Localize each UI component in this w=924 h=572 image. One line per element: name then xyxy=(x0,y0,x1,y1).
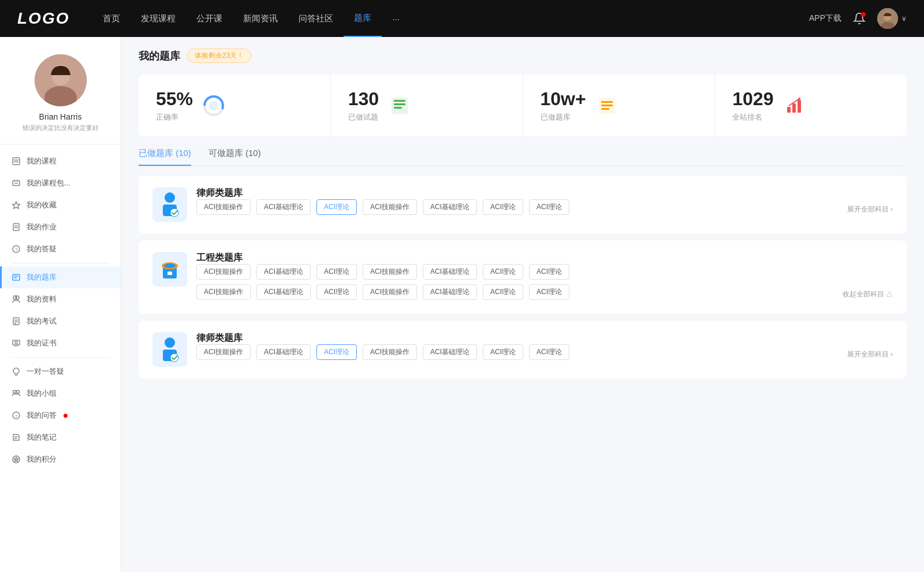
content-area: 我的题库 体验剩余23天！ 55% 正确率 xyxy=(121,37,924,572)
sidebar-item-course-packages[interactable]: 我的课程包... xyxy=(0,172,121,194)
collapse-link[interactable]: 收起全部科目 △ xyxy=(843,289,893,299)
tag[interactable]: ACI技能操作 xyxy=(363,344,417,360)
svg-rect-19 xyxy=(13,274,20,280)
svg-point-60 xyxy=(164,263,176,268)
sidebar-item-groups[interactable]: 我的小组 xyxy=(0,382,121,404)
sidebar-item-materials[interactable]: 我的资料 xyxy=(0,288,121,310)
tag[interactable]: ACI基础理论 xyxy=(423,199,477,215)
nav-menu: 首页 发现课程 公开课 新闻资讯 问答社区 题库 ··· xyxy=(92,0,809,37)
svg-point-54 xyxy=(798,98,800,100)
lawyer-icon-1 xyxy=(152,187,187,222)
tag[interactable]: ACI技能操作 xyxy=(196,264,251,280)
nav-news[interactable]: 新闻资讯 xyxy=(233,0,288,37)
tag[interactable]: ACI技能操作 xyxy=(196,199,251,215)
tag[interactable]: ACI理论 xyxy=(483,199,523,215)
nav-quiz[interactable]: 题库 xyxy=(344,0,382,37)
tab-available[interactable]: 可做题库 (10) xyxy=(208,148,261,166)
nav-open-course[interactable]: 公开课 xyxy=(186,0,233,37)
app-download-link[interactable]: APP下载 xyxy=(809,13,841,24)
svg-point-32 xyxy=(13,368,19,374)
sidebar-item-favorites[interactable]: 我的收藏 xyxy=(0,194,121,216)
dropdown-chevron: ∨ xyxy=(901,14,907,23)
svg-rect-53 xyxy=(798,100,801,113)
lawyer-tags-2: ACI技能操作 ACI基础理论 ACI理论 ACI技能操作 ACI基础理论 AC… xyxy=(196,344,893,360)
questions-label: 已做试题 xyxy=(348,112,379,122)
tag[interactable]: ACI技能操作 xyxy=(363,284,417,300)
questions-value: 130 xyxy=(348,88,379,110)
tag[interactable]: ACI技能操作 xyxy=(363,199,417,215)
lawyer-title-1: 律师类题库 xyxy=(196,187,893,199)
user-avatar-container[interactable]: ∨ xyxy=(877,8,907,29)
sidebar-item-label: 我的收藏 xyxy=(27,200,57,210)
tag[interactable]: ACI理论 xyxy=(483,264,523,280)
tag[interactable]: ACI技能操作 xyxy=(196,284,251,300)
svg-rect-61 xyxy=(167,272,172,275)
tag[interactable]: ACI理论 xyxy=(529,199,569,215)
quiz-icon xyxy=(12,273,21,282)
certificate-icon xyxy=(12,339,21,348)
profile-bio: 错误的决定比没有决定要好 xyxy=(12,124,109,132)
tab-done[interactable]: 已做题库 (10) xyxy=(139,148,191,166)
groups-icon xyxy=(12,389,21,398)
materials-icon xyxy=(12,295,21,304)
ranking-value: 1029 xyxy=(732,88,773,110)
tag[interactable]: ACI技能操作 xyxy=(363,264,417,280)
tag[interactable]: ACI理论 xyxy=(316,284,357,300)
tag-active[interactable]: ACI理论 xyxy=(316,199,357,215)
sidebar-item-tutoring[interactable]: 一对一答疑 xyxy=(0,361,121,382)
tag[interactable]: ACI理论 xyxy=(529,284,569,300)
tag[interactable]: ACI基础理论 xyxy=(423,284,477,300)
tag[interactable]: ACI理论 xyxy=(529,344,569,360)
tag[interactable]: ACI理论 xyxy=(483,284,523,300)
tag[interactable]: ACI基础理论 xyxy=(423,344,477,360)
svg-rect-44 xyxy=(394,100,405,102)
tag[interactable]: ACI基础理论 xyxy=(256,344,311,360)
svg-point-42 xyxy=(209,101,218,110)
tag[interactable]: ACI理论 xyxy=(529,264,569,280)
stat-number-banks: 10w+ 已做题库 xyxy=(541,88,586,122)
tag[interactable]: ACI基础理论 xyxy=(423,264,477,280)
nav-home[interactable]: 首页 xyxy=(92,0,131,37)
qa-notification-dot xyxy=(64,414,68,418)
stat-number-ranking: 1029 全站排名 xyxy=(732,88,773,122)
sidebar-item-my-qa[interactable]: ? 我的问答 xyxy=(0,404,121,426)
svg-point-55 xyxy=(165,192,175,203)
nav-qa[interactable]: 问答社区 xyxy=(288,0,344,37)
sidebar-item-courses[interactable]: 我的课程 xyxy=(0,150,121,172)
engineer-tags-row1: ACI技能操作 ACI基础理论 ACI理论 ACI技能操作 ACI基础理论 AC… xyxy=(196,264,893,280)
sidebar-item-certificate[interactable]: 我的证书 xyxy=(0,332,121,354)
tag[interactable]: ACI基础理论 xyxy=(256,284,311,300)
nav-more[interactable]: ··· xyxy=(382,0,410,37)
lawyer-tags-1: ACI技能操作 ACI基础理论 ACI理论 ACI技能操作 ACI基础理论 AC… xyxy=(196,199,893,215)
expand-link-1[interactable]: 展开全部科目 › xyxy=(847,205,893,214)
page-header: 我的题库 体验剩余23天！ xyxy=(139,49,907,63)
sidebar-item-notes[interactable]: 我的笔记 xyxy=(0,426,121,448)
tag[interactable]: ACI技能操作 xyxy=(196,344,251,360)
sidebar-item-label: 一对一答疑 xyxy=(27,366,64,377)
tag[interactable]: ACI理论 xyxy=(316,264,357,280)
profile-section: Brian Harris 错误的决定比没有决定要好 xyxy=(0,49,121,144)
tag[interactable]: ACI基础理论 xyxy=(256,199,311,215)
sidebar-item-homework[interactable]: 我的作业 xyxy=(0,216,121,238)
tag-active[interactable]: ACI理论 xyxy=(316,344,357,360)
tag[interactable]: ACI理论 xyxy=(483,344,523,360)
courses-icon xyxy=(12,157,21,166)
notification-bell[interactable] xyxy=(853,12,866,25)
stats-row: 55% 正确率 130 已做试题 xyxy=(139,75,907,136)
stat-done-questions: 130 已做试题 xyxy=(331,75,523,136)
sidebar-item-questions[interactable]: ? 我的答疑 xyxy=(0,238,121,260)
engineer-icon xyxy=(152,252,187,287)
svg-rect-45 xyxy=(394,103,405,105)
svg-rect-46 xyxy=(394,107,402,109)
expand-link-2[interactable]: 展开全部科目 › xyxy=(847,350,893,359)
stat-number-questions: 130 已做试题 xyxy=(348,88,379,122)
sidebar-item-quiz[interactable]: 我的题库 xyxy=(0,266,121,288)
sidebar-item-exam[interactable]: 我的考试 xyxy=(0,310,121,332)
nav-courses[interactable]: 发现课程 xyxy=(131,0,186,37)
sidebar-item-points[interactable]: 我的积分 xyxy=(0,448,121,470)
tag[interactable]: ACI基础理论 xyxy=(256,264,311,280)
course-packages-icon xyxy=(12,179,21,188)
engineer-title: 工程类题库 xyxy=(196,252,893,264)
accuracy-label: 正确率 xyxy=(156,112,193,122)
category-card-engineer: 工程类题库 ACI技能操作 ACI基础理论 ACI理论 ACI技能操作 ACI基… xyxy=(139,240,907,314)
